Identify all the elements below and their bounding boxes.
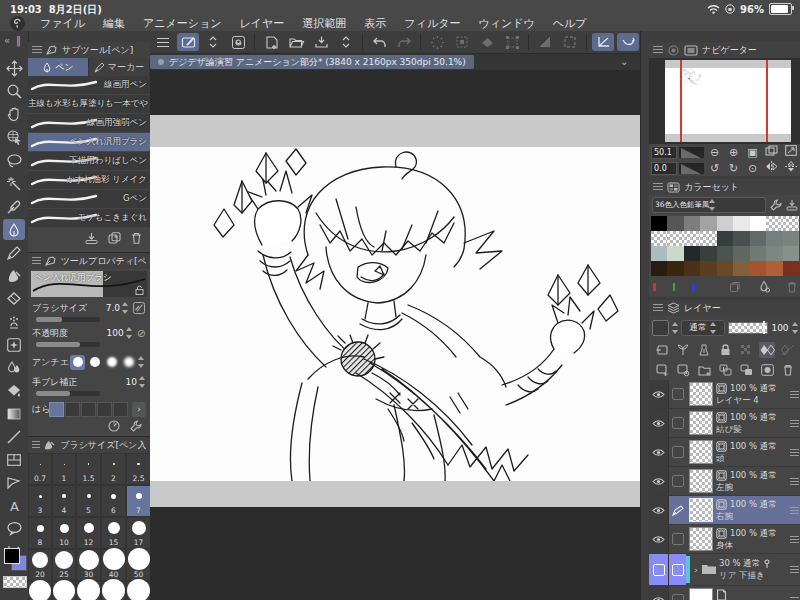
layer-row[interactable]: 100 % 通常右腕 bbox=[649, 496, 800, 525]
eraser-tool-icon[interactable] bbox=[3, 288, 25, 309]
antialias-stepper[interactable] bbox=[138, 356, 145, 368]
swatch-#2a1b10[interactable] bbox=[651, 261, 667, 276]
swatch-#81603c[interactable] bbox=[733, 261, 749, 276]
zoom-reset-icon[interactable]: ▣ bbox=[744, 146, 761, 159]
delete-subtool-icon[interactable] bbox=[131, 232, 142, 244]
zoom-out-icon[interactable]: ⊖ bbox=[706, 146, 723, 159]
subtool-panel-header[interactable]: サブツール[ペン] bbox=[28, 42, 150, 58]
swatch-#ffffff[interactable] bbox=[750, 216, 766, 231]
layer-row-menu-icon[interactable] bbox=[787, 467, 800, 495]
canvas-area[interactable] bbox=[150, 70, 640, 600]
layer-row[interactable]: 100 % 通常頭 bbox=[649, 438, 800, 467]
brush-size-15[interactable]: 15 bbox=[101, 517, 126, 549]
redo-icon[interactable] bbox=[393, 33, 415, 51]
swatch-#48514d[interactable] bbox=[733, 231, 749, 246]
swatch-#343e3c[interactable] bbox=[717, 231, 733, 246]
blend-mode-stepper[interactable] bbox=[710, 322, 717, 334]
folder-expand-arrow-icon[interactable]: › bbox=[691, 554, 701, 585]
brush-size-5[interactable]: 5 bbox=[76, 485, 101, 517]
panel-menu-icon[interactable] bbox=[32, 46, 42, 54]
layer-visibility-eye-icon[interactable] bbox=[649, 438, 669, 466]
collapse-left-panel-icon[interactable]: «‖ bbox=[4, 35, 27, 46]
brush-item-5[interactable]: かすれ油彩 リメイク bbox=[28, 171, 150, 189]
menu-item-7[interactable]: ウィンドウ bbox=[469, 16, 543, 31]
opacity-no-pressure-icon[interactable]: ⊘ bbox=[137, 327, 146, 340]
swatch-#72817f[interactable] bbox=[766, 231, 782, 246]
document-tab[interactable]: デジデザ論演習 アニメーション部分* (3840 x 2160px 350dpi… bbox=[150, 55, 474, 69]
lock-transparent-pixels-icon[interactable] bbox=[738, 342, 754, 358]
brush-item-0[interactable]: 線画用ペン bbox=[28, 76, 150, 94]
layer-row-menu-icon[interactable] bbox=[787, 438, 800, 466]
brush-size-70[interactable]: 70 bbox=[52, 581, 76, 600]
tab-pen[interactable]: ペン bbox=[28, 58, 89, 76]
color-set-header[interactable]: カラーセット bbox=[649, 179, 800, 195]
color-set-select[interactable]: 36色入色鉛筆風カラーセット bbox=[652, 197, 766, 213]
import-color-set-icon[interactable] bbox=[786, 199, 798, 211]
tab-marker[interactable]: マーカー bbox=[89, 58, 150, 76]
fill-selection-icon[interactable] bbox=[476, 33, 498, 51]
layer-visibility-eye-icon[interactable] bbox=[649, 554, 669, 585]
brush-size-17[interactable]: 17 bbox=[126, 517, 151, 549]
replace-color-icon[interactable] bbox=[758, 280, 770, 293]
reference-layer-icon[interactable] bbox=[675, 342, 691, 358]
swatch-#7d7d7d[interactable] bbox=[684, 216, 700, 231]
swatch-#6b4826[interactable] bbox=[717, 261, 733, 276]
layer-thumbnail[interactable] bbox=[689, 469, 713, 493]
antialias-strong-option[interactable] bbox=[121, 355, 136, 370]
swatch-#e9e9e9[interactable] bbox=[733, 216, 749, 231]
layer-visibility-eye-icon[interactable] bbox=[649, 496, 669, 524]
merge-with-layer-below-icon[interactable] bbox=[738, 362, 754, 378]
swatch-#b06038[interactable] bbox=[766, 261, 782, 276]
snap-special-ruler-icon[interactable] bbox=[617, 33, 639, 51]
brush-size-6[interactable]: 6 bbox=[101, 485, 126, 517]
brush-item-3[interactable]: ペン入れ汎用ブラシ bbox=[28, 133, 150, 151]
menu-item-5[interactable]: 表示 bbox=[355, 16, 395, 31]
swatch-#adbcbe[interactable] bbox=[651, 246, 667, 261]
layer-checkbox[interactable] bbox=[669, 409, 686, 437]
brush-size-4[interactable]: 4 bbox=[52, 485, 76, 517]
layer-row[interactable]: 100 % 通常レイヤー 4 bbox=[649, 380, 800, 409]
rotate-right-icon[interactable]: ↻ bbox=[725, 162, 742, 175]
zoom-in-icon[interactable]: ⊕ bbox=[725, 146, 742, 159]
clip-to-layer-below-icon[interactable] bbox=[654, 342, 670, 358]
layer-row-menu-icon[interactable] bbox=[787, 380, 800, 408]
blue-channel-swatch[interactable] bbox=[692, 283, 695, 291]
brush-item-1[interactable]: 主線も水彩も厚塗りも一本でや bbox=[28, 95, 150, 113]
navigator-thumbnail[interactable] bbox=[665, 60, 791, 142]
eyedropper-tool-icon[interactable] bbox=[3, 196, 25, 217]
brush-size-120[interactable]: 120 bbox=[126, 581, 151, 600]
snap-ruler-icon[interactable] bbox=[592, 33, 614, 51]
menu-item-2[interactable]: アニメーション bbox=[134, 16, 231, 31]
transform-icon[interactable] bbox=[501, 33, 523, 51]
brush-size-1[interactable]: 1 bbox=[52, 453, 76, 485]
undo-icon[interactable] bbox=[368, 33, 390, 51]
zoom-tool-icon[interactable] bbox=[3, 81, 25, 102]
brush-size-30[interactable]: 30 bbox=[76, 549, 101, 581]
swatch-transparent[interactable] bbox=[651, 231, 667, 246]
delete-color-icon[interactable] bbox=[787, 281, 797, 293]
brush-size-50[interactable]: 50 bbox=[126, 549, 151, 581]
flip-horizontal-icon[interactable] bbox=[763, 161, 780, 175]
swatch-#4d3117[interactable] bbox=[684, 261, 700, 276]
zoom-slider[interactable] bbox=[679, 147, 704, 158]
swatch-#cdd8cd[interactable] bbox=[667, 246, 683, 261]
layer-folder-row[interactable]: ›30 % 通常リア 下描き bbox=[649, 554, 800, 586]
unlock-icon[interactable] bbox=[135, 285, 145, 295]
brush-size-100[interactable]: 100 bbox=[101, 581, 126, 600]
layer-row-menu-icon[interactable] bbox=[787, 586, 800, 600]
main-menu-icon[interactable] bbox=[152, 33, 174, 51]
gradient-tool-icon[interactable] bbox=[3, 403, 25, 424]
swatch-#788480[interactable] bbox=[783, 231, 799, 246]
layer-effect-thumb[interactable] bbox=[652, 320, 669, 336]
operation-tool-icon[interactable] bbox=[3, 127, 25, 148]
layer-checkbox[interactable] bbox=[669, 380, 686, 408]
layer-row[interactable]: 100 % 通常身体 bbox=[649, 525, 800, 554]
fit-to-screen-icon[interactable] bbox=[763, 145, 780, 159]
wrench-settings-icon[interactable] bbox=[130, 420, 142, 432]
frame-border-tool-icon[interactable] bbox=[3, 449, 25, 470]
tool-property-header[interactable]: ツールプロパティ[ペン] bbox=[28, 253, 150, 269]
edit-color-set-wrench-icon[interactable] bbox=[770, 199, 782, 211]
navigator-header[interactable]: ナビゲーター bbox=[649, 42, 800, 58]
swatch-#5f6962[interactable] bbox=[733, 246, 749, 261]
layer-row-menu-icon[interactable] bbox=[787, 525, 800, 553]
